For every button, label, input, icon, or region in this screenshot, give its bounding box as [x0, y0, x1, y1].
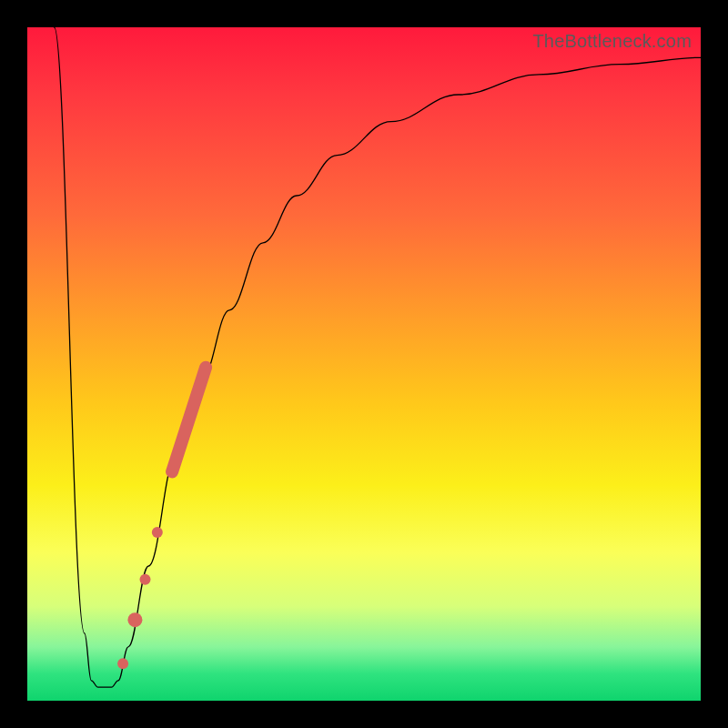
dot-1: [152, 527, 163, 538]
chart-frame: TheBottleneck.com: [0, 0, 728, 728]
thick-segment: [172, 368, 206, 472]
dot-2: [140, 574, 151, 585]
series-curve: [55, 27, 701, 687]
dot-4: [117, 658, 128, 669]
plot-area: TheBottleneck.com: [27, 27, 701, 701]
dot-3: [127, 612, 142, 627]
chart-svg: [27, 27, 701, 701]
